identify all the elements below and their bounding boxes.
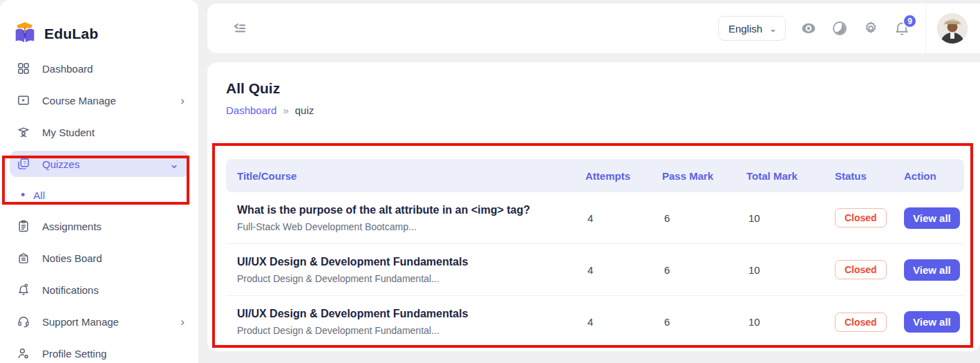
breadcrumb-current: quiz bbox=[295, 104, 314, 116]
quiz-course: Product Design & Development Fundamental… bbox=[237, 273, 585, 284]
pass-mark-value: 6 bbox=[662, 212, 746, 224]
status-badge: Closed bbox=[835, 260, 887, 279]
headset-icon bbox=[17, 315, 30, 328]
course-video-icon bbox=[17, 93, 30, 107]
page-title: All Quiz bbox=[226, 80, 980, 97]
quiz-title-cell: UI/UX Design & Development Fundamentals … bbox=[226, 308, 585, 336]
attempts-value: 4 bbox=[585, 316, 662, 328]
edulab-logo-icon bbox=[12, 21, 38, 47]
chevron-down-icon: ⌄ bbox=[769, 24, 777, 34]
action-cell: View all bbox=[904, 259, 964, 281]
status-cell: Closed bbox=[835, 313, 904, 332]
sidebar-menu: Dashboard Course Manage › My Student bbox=[0, 53, 198, 363]
sidebar-item-label: Notifications bbox=[42, 284, 185, 296]
sidebar-item-label: Course Manage bbox=[42, 95, 169, 106]
total-mark-value: 10 bbox=[746, 264, 835, 276]
quiz-course: Full-Stack Web Development Bootcamp... bbox=[237, 221, 585, 232]
view-all-button[interactable]: View all bbox=[904, 259, 960, 281]
quiz-title-cell: What is the purpose of the alt attribute… bbox=[226, 204, 585, 232]
sidebar-item-label: Dashboard bbox=[42, 63, 185, 75]
top-header: English ⌄ bbox=[207, 3, 980, 53]
table-header-row: Title/Course Attempts Pass Mark Total Ma… bbox=[226, 159, 964, 192]
attempts-value: 4 bbox=[585, 212, 662, 224]
sidebar-item-label: Noties Board bbox=[42, 252, 185, 264]
notifications-bell-icon[interactable]: 9 bbox=[894, 20, 910, 37]
pass-mark-value: 6 bbox=[662, 316, 746, 328]
bell-dot-icon bbox=[17, 283, 30, 297]
sidebar-item-course-manage[interactable]: Course Manage › bbox=[0, 84, 198, 116]
quiz-course: Product Design & Development Fundamental… bbox=[237, 325, 585, 336]
sidebar-item-label: Assignments bbox=[42, 221, 185, 232]
status-badge: Closed bbox=[835, 208, 887, 227]
table-row: UI/UX Design & Development Fundamentals … bbox=[226, 296, 964, 348]
user-gear-icon bbox=[17, 346, 30, 360]
sidebar-item-noties-board[interactable]: Noties Board bbox=[0, 242, 198, 274]
action-cell: View all bbox=[904, 207, 964, 229]
sidebar: EduLab Dashboard Course Manage › bbox=[0, 0, 198, 363]
column-header-status: Status bbox=[835, 170, 904, 182]
column-header-total-mark: Total Mark bbox=[746, 170, 835, 182]
status-badge: Closed bbox=[835, 313, 887, 332]
column-header-pass-mark: Pass Mark bbox=[662, 170, 746, 182]
sidebar-item-support-manage[interactable]: Support Manage › bbox=[0, 306, 198, 337]
topbar-actions: English ⌄ bbox=[718, 3, 980, 53]
bullet-icon: • bbox=[21, 189, 25, 201]
quiz-title: UI/UX Design & Development Fundamentals bbox=[237, 308, 585, 320]
main-content: All Quiz Dashboard » quiz Title/Course A… bbox=[207, 62, 980, 351]
sidebar-item-notifications[interactable]: Notifications bbox=[0, 274, 198, 306]
clipboard-icon bbox=[17, 219, 30, 233]
user-avatar[interactable] bbox=[937, 13, 968, 44]
quiz-icon: ? bbox=[17, 157, 30, 171]
header-divider bbox=[925, 3, 926, 53]
chevron-right-icon: › bbox=[180, 95, 185, 106]
brand-logo[interactable]: EduLab bbox=[0, 0, 198, 53]
column-header-title-course: Title/Course bbox=[226, 170, 585, 182]
status-cell: Closed bbox=[835, 208, 904, 227]
table-row: What is the purpose of the alt attribute… bbox=[226, 192, 964, 244]
sidebar-item-assignments[interactable]: Assignments bbox=[0, 210, 198, 242]
brand-name: EduLab bbox=[44, 26, 98, 42]
dark-mode-icon[interactable] bbox=[831, 20, 848, 37]
sidebar-item-profile-setting[interactable]: Profile Setting bbox=[0, 337, 198, 363]
page-head: All Quiz Dashboard » quiz bbox=[207, 62, 980, 116]
pass-mark-value: 6 bbox=[662, 264, 746, 276]
total-mark-value: 10 bbox=[746, 316, 835, 328]
collapse-sidebar-icon[interactable] bbox=[232, 20, 249, 37]
grid-icon bbox=[17, 62, 30, 75]
action-cell: View all bbox=[904, 311, 964, 333]
breadcrumb-dashboard-link[interactable]: Dashboard bbox=[226, 104, 276, 116]
settings-gear-icon[interactable] bbox=[863, 20, 879, 37]
column-header-action: Action bbox=[904, 170, 964, 182]
view-all-button[interactable]: View all bbox=[904, 311, 960, 333]
sidebar-item-my-student[interactable]: My Student bbox=[0, 116, 198, 148]
chevron-right-icon: › bbox=[180, 316, 185, 328]
view-all-button[interactable]: View all bbox=[904, 207, 960, 229]
quiz-table: Title/Course Attempts Pass Mark Total Ma… bbox=[226, 159, 964, 348]
student-icon bbox=[17, 125, 30, 139]
language-select[interactable]: English ⌄ bbox=[718, 16, 786, 41]
notification-count-badge: 9 bbox=[903, 14, 917, 28]
notice-board-icon bbox=[17, 251, 30, 265]
sidebar-subitem-all[interactable]: • All bbox=[0, 180, 198, 210]
sidebar-item-quizzes[interactable]: ? Quizzes ⌄ bbox=[10, 151, 189, 177]
status-cell: Closed bbox=[835, 260, 904, 279]
sidebar-item-dashboard[interactable]: Dashboard bbox=[0, 53, 198, 84]
attempts-value: 4 bbox=[585, 264, 662, 276]
breadcrumb: Dashboard » quiz bbox=[226, 104, 980, 116]
quiz-title: What is the purpose of the alt attribute… bbox=[237, 204, 585, 216]
total-mark-value: 10 bbox=[746, 212, 835, 224]
sidebar-subitem-label: All bbox=[33, 189, 45, 201]
sidebar-item-label: Quizzes bbox=[42, 158, 158, 170]
table-row: UI/UX Design & Development Fundamentals … bbox=[226, 244, 964, 296]
breadcrumb-separator: » bbox=[283, 104, 288, 116]
quiz-title-cell: UI/UX Design & Development Fundamentals … bbox=[226, 256, 585, 284]
chevron-down-icon: ⌄ bbox=[169, 158, 179, 170]
visibility-icon[interactable] bbox=[800, 20, 817, 37]
sidebar-item-label: My Student bbox=[42, 127, 185, 138]
quiz-title: UI/UX Design & Development Fundamentals bbox=[237, 256, 585, 268]
language-value: English bbox=[728, 23, 762, 35]
svg-text:?: ? bbox=[23, 160, 26, 166]
column-header-attempts: Attempts bbox=[585, 170, 662, 182]
sidebar-item-label: Support Manage bbox=[42, 316, 169, 328]
sidebar-item-label: Profile Setting bbox=[42, 348, 185, 360]
